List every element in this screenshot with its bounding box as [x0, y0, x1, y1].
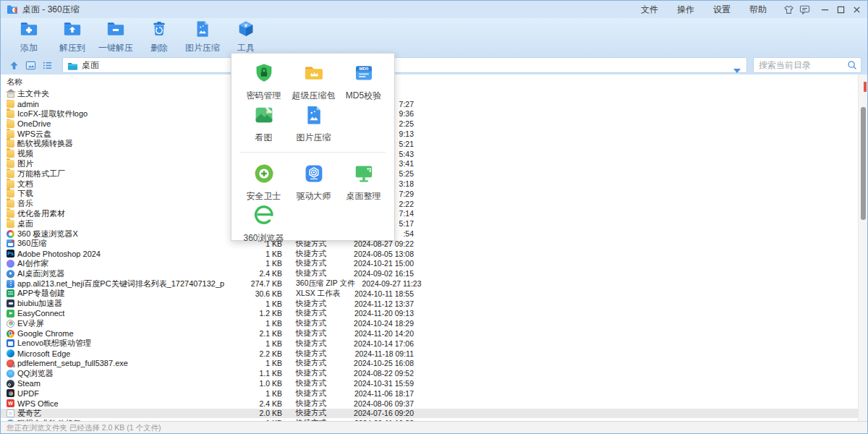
menu-help[interactable]: 帮助 [740, 1, 776, 18]
file-row[interactable]: 图片3:41 [1, 159, 858, 169]
file-row[interactable]: AI桌面浏览器2.4 KB快捷方式2024-09-02 16:15 [1, 268, 858, 278]
file-name-cell: 文档 [1, 179, 234, 190]
folder-icon [7, 160, 14, 168]
scrollbar-thumb[interactable] [861, 107, 866, 220]
file-row[interactable]: OneDrive2:25 [1, 119, 858, 129]
vertical-scrollbar[interactable] [858, 75, 867, 421]
address-path-field[interactable]: 桌面 [62, 57, 747, 73]
file-list-area: 名称 主文件夹admin7:27IcoFX-提取软件logo9:36OneDri… [1, 75, 867, 421]
qq-icon [7, 370, 14, 378]
file-row[interactable]: AI创作家1 KB快捷方式2024-10-21 15:00 [1, 259, 858, 269]
feedback-icon[interactable] [796, 2, 812, 17]
file-row[interactable]: 酷软视频转换器5:21 [1, 139, 858, 149]
toolbar-image-compress-button[interactable]: 图片压缩 [183, 20, 222, 51]
file-name-cell: WPS云盘 [1, 129, 234, 140]
column-header-name[interactable]: 名称 [1, 75, 867, 89]
tools-item-md5-check[interactable]: MD5MD5校验 [339, 62, 388, 104]
file-row[interactable]: 万能格式工厂5:25 [1, 169, 858, 179]
tools-item-password-manager[interactable]: 密码管理 [239, 62, 289, 104]
address-dropdown-icon[interactable] [733, 63, 741, 67]
file-name: EV录屏 [17, 318, 44, 329]
tools-item-image-compress[interactable]: 图片压缩 [289, 104, 339, 146]
file-row[interactable]: 360压缩1 KB快捷方式2024-08-27 09:22 [1, 239, 858, 249]
file-row[interactable]: WPS Office2.4 KB快捷方式2024-08-06 09:37 [1, 399, 858, 409]
file-row[interactable]: APP专题创建30.6 KBXLSX 工作表2024-10-11 18:55 [1, 289, 858, 299]
toolbar-tools-button[interactable]: 工具 [226, 20, 265, 51]
file-row[interactable]: biubiu加速器1 KB快捷方式2024-11-12 13:37 [1, 299, 858, 309]
tools-item-browser-360[interactable]: 360浏览器 [239, 205, 289, 247]
file-date: 2024-11-18 09:11 [347, 349, 414, 358]
file-row[interactable]: 主文件夹 [1, 89, 858, 99]
file-row[interactable]: Google Chrome2.1 KB快捷方式2024-11-20 14:20 [1, 328, 858, 339]
tools-item-super-archive[interactable]: 超级压缩包 [289, 62, 339, 104]
toolbar-add-button[interactable]: 添加 [9, 20, 48, 51]
file-row[interactable]: 下载7:29 [1, 189, 858, 199]
tools-item-label: 图片压缩 [297, 132, 331, 144]
file-name: 音乐 [17, 198, 33, 209]
toolbar-extract-to-label: 解压到 [59, 42, 85, 54]
toolbar-extract-to-button[interactable]: 解压到 [53, 20, 92, 51]
tools-icon [237, 20, 255, 41]
toolbar-image-compress-label: 图片压缩 [185, 42, 220, 54]
file-row[interactable]: IcoFX-提取软件logo9:36 [1, 109, 858, 119]
app-window: 桌面 - 360压缩 文件操作设置帮助 添加解压到一键解压删除图片压缩工具 桌面… [0, 0, 868, 434]
file-row[interactable]: Microsoft Edge2.2 KB快捷方式2024-11-18 09:11 [1, 349, 858, 359]
file-row[interactable]: pdfelement_setup_full5387.exe1 KB快捷方式202… [1, 359, 858, 369]
toolbar-one-click-extract-button[interactable]: 一键解压 [96, 20, 135, 51]
file-name-cell: app.ali213.net_heji百度PC关键词排名列表_172740713… [1, 278, 234, 289]
file-row[interactable]: UPDF1 KB快捷方式2024-11-06 18:17 [1, 388, 858, 399]
file-row[interactable]: EasyConnect1.2 KB快捷方式2024-11-20 09:13 [1, 309, 858, 319]
file-row[interactable]: 爱奇艺2.0 KB快捷方式2024-07-16 09:20 [1, 409, 858, 419]
folder-icon [7, 140, 14, 148]
file-row[interactable]: app.ali213.net_heji百度PC关键词排名列表_172740713… [1, 278, 858, 289]
file-row[interactable]: 视频5:43 [1, 149, 858, 159]
tools-item-label: 超级压缩包 [292, 90, 336, 102]
menu-operation[interactable]: 操作 [668, 1, 704, 18]
file-row[interactable]: EV录屏1 KB快捷方式2024-10-24 18:29 [1, 318, 858, 328]
file-row[interactable]: 优化备用素材7:14 [1, 209, 858, 219]
menu-file[interactable]: 文件 [631, 1, 668, 18]
file-row[interactable]: Adobe Photoshop 20241 KB快捷方式2024-08-05 1… [1, 249, 858, 259]
one-click-extract-icon [106, 20, 125, 41]
file-row[interactable]: 360 极速浏览器X1 KB快捷方式:54 [1, 229, 858, 239]
toolbar-delete-button[interactable]: 删除 [140, 20, 179, 51]
tools-item-desktop-organize[interactable]: 桌面整理 [339, 163, 388, 205]
file-name-cell: 爱奇艺 [1, 408, 234, 419]
file-name-cell: 图片 [1, 158, 234, 169]
file-row[interactable]: 文档3:18 [1, 179, 858, 189]
file-name: AI创作家 [17, 258, 48, 269]
file-name-cell: QQ浏览器 [1, 368, 234, 379]
folder-icon [7, 170, 14, 178]
file-row[interactable]: WPS云盘9:13 [1, 129, 858, 139]
maximize-button[interactable] [833, 1, 848, 17]
tools-item-safe-guard[interactable]: 安全卫士 [239, 163, 289, 205]
updf-icon [7, 389, 14, 397]
password-manager-icon [253, 62, 275, 90]
add-icon [20, 20, 38, 41]
file-name-cell: Google Chrome [1, 329, 234, 338]
file-size: 1.0 KB [234, 379, 282, 388]
file-row[interactable]: Lenovo联想驱动管理1 KB快捷方式2024-10-14 17:06 [1, 339, 858, 349]
menu-settings[interactable]: 设置 [704, 1, 740, 18]
popup-separator [240, 152, 386, 153]
close-button[interactable] [848, 1, 864, 17]
file-name: Google Chrome [17, 329, 74, 338]
up-button[interactable] [7, 58, 21, 72]
file-row[interactable]: 桌面5:17 [1, 218, 858, 229]
minimize-button[interactable] [817, 1, 833, 17]
titlebar-icons [780, 2, 812, 17]
tools-item-image-viewer[interactable]: 看图 [239, 104, 289, 146]
tools-item-driver-master[interactable]: 驱动大师 [289, 163, 339, 205]
file-row[interactable]: 音乐2:22 [1, 199, 858, 209]
file-row[interactable]: QQ浏览器1.1 KB快捷方式2024-08-22 09:52 [1, 368, 858, 378]
search-input[interactable] [757, 59, 847, 71]
file-list: 主文件夹admin7:27IcoFX-提取软件logo9:36OneDrive2… [1, 89, 858, 421]
file-size: 1 KB [234, 359, 282, 367]
file-row[interactable]: admin7:27 [1, 99, 858, 109]
list-view-button[interactable] [40, 58, 54, 72]
large-icons-view-button[interactable] [23, 58, 38, 72]
file-row[interactable]: Steam1.0 KB快捷方式2024-10-31 15:59 [1, 378, 858, 388]
skin-icon[interactable] [780, 2, 796, 17]
tools-item-label: 桌面整理 [346, 190, 381, 203]
file-name-cell: 桌面 [1, 218, 234, 229]
